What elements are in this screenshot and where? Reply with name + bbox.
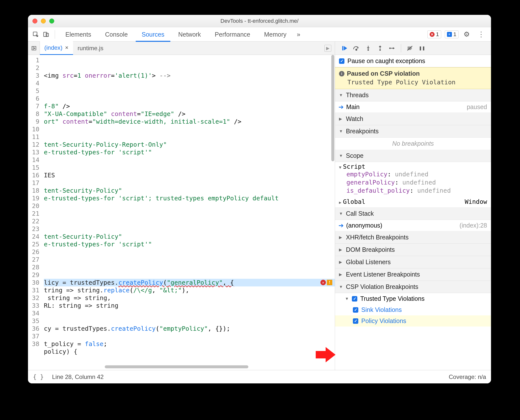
line-number[interactable]: 20: [28, 202, 39, 210]
code-line[interactable]: [44, 256, 335, 263]
line-number[interactable]: 18: [28, 187, 39, 194]
minimize-window-button[interactable]: [41, 19, 46, 23]
line-number[interactable]: 13: [28, 148, 39, 156]
line-number[interactable]: 1: [28, 56, 39, 64]
global-listeners-header[interactable]: Global Listeners: [335, 256, 491, 268]
dom-breakpoints-header[interactable]: DOM Breakpoints: [335, 244, 491, 256]
line-number[interactable]: 21: [28, 210, 39, 217]
code-line[interactable]: [44, 248, 335, 256]
line-number[interactable]: 23: [28, 225, 39, 233]
checkbox-checked-icon[interactable]: ✓: [353, 307, 358, 313]
callstack-frame[interactable]: ➔(anonymous) (index):28: [335, 220, 491, 231]
scope-variable[interactable]: emptyPolicy: undefined: [339, 170, 487, 178]
line-number[interactable]: 12: [28, 141, 39, 148]
code-line[interactable]: tring => string.replace(/\</g, "&lt;"),: [44, 286, 335, 294]
line-number[interactable]: 4: [28, 79, 39, 87]
inspect-element-icon[interactable]: [31, 30, 40, 39]
code-line[interactable]: cy = trustedTypes.createPolicy("emptyPol…: [44, 325, 335, 332]
xhr-breakpoints-header[interactable]: XHR/fetch Breakpoints: [335, 231, 491, 244]
tab-memory[interactable]: Memory: [258, 27, 292, 42]
step-into-button[interactable]: [363, 43, 373, 53]
line-number[interactable]: 36: [28, 325, 39, 332]
code-line[interactable]: [44, 179, 335, 187]
code-line[interactable]: RL: string => string: [44, 302, 335, 309]
line-number[interactable]: 35: [28, 317, 39, 325]
line-number[interactable]: 3: [28, 72, 39, 79]
line-number[interactable]: 5: [28, 87, 39, 95]
navigator-toggle-icon[interactable]: [28, 42, 40, 55]
csp-policy-row[interactable]: ✓ Policy Violations: [335, 315, 491, 327]
code-line[interactable]: policy) {: [44, 348, 335, 355]
line-number[interactable]: 30: [28, 279, 39, 286]
code-line[interactable]: [44, 263, 335, 271]
line-number[interactable]: 14: [28, 156, 39, 164]
breakpoints-header[interactable]: Breakpoints: [335, 125, 491, 138]
line-number[interactable]: 27: [28, 256, 39, 263]
deactivate-breakpoints-button[interactable]: [405, 43, 415, 53]
code-line[interactable]: [44, 210, 335, 217]
line-number[interactable]: 37: [28, 332, 39, 340]
scope-variable[interactable]: is_default_policy: undefined: [339, 187, 487, 195]
tab-elements[interactable]: Elements: [59, 27, 97, 42]
tab-network[interactable]: Network: [172, 27, 207, 42]
code-line[interactable]: [44, 217, 335, 225]
thread-main[interactable]: ➔Main paused: [335, 101, 491, 113]
device-toggle-icon[interactable]: [42, 30, 50, 39]
file-tab-index[interactable]: (index) ✕: [40, 41, 73, 55]
code-line[interactable]: ort" content="width=device-width, initia…: [44, 118, 335, 125]
line-number[interactable]: 11: [28, 133, 39, 141]
code-line[interactable]: tent-Security-Policy": [44, 187, 335, 194]
line-number[interactable]: 28: [28, 263, 39, 271]
code-line[interactable]: [44, 202, 335, 210]
code-line[interactable]: t_policy = false;: [44, 340, 335, 348]
tab-performance[interactable]: Performance: [209, 27, 256, 42]
code-line[interactable]: [44, 95, 335, 102]
file-tab-runtime[interactable]: runtime.js: [73, 42, 108, 55]
code-editor[interactable]: 1234567891011121314151617181920212223242…: [28, 55, 335, 370]
line-number[interactable]: 38: [28, 340, 39, 348]
code-line[interactable]: [44, 156, 335, 164]
line-number[interactable]: 29: [28, 271, 39, 279]
line-number[interactable]: 19: [28, 194, 39, 202]
scope-script-label[interactable]: Script: [343, 163, 365, 170]
csp-trusted-type-row[interactable]: ✓ Trusted Type Violations: [335, 293, 491, 304]
code-line[interactable]: [44, 355, 335, 363]
error-count-badge[interactable]: ✕ 1: [427, 30, 441, 38]
threads-header[interactable]: Threads: [335, 89, 491, 101]
code-line[interactable]: IES: [44, 171, 335, 179]
csp-violation-bp-header[interactable]: CSP Violation Breakpoints: [335, 281, 491, 293]
line-number[interactable]: 9: [28, 118, 39, 125]
code-line[interactable]: [44, 271, 335, 279]
code-line[interactable]: [44, 133, 335, 141]
line-number[interactable]: 15: [28, 164, 39, 171]
code-line[interactable]: licy = trustedTypes.createPolicy("genera…: [44, 279, 335, 286]
code-line[interactable]: tent-Security-Policy-Report-Only": [44, 141, 335, 148]
line-number[interactable]: 8: [28, 110, 39, 118]
checkbox-checked-icon[interactable]: ✓: [339, 58, 344, 64]
line-number[interactable]: 16: [28, 171, 39, 179]
pause-on-exceptions-button[interactable]: ❚❚: [417, 43, 427, 53]
more-menu-icon[interactable]: ⋮: [475, 30, 488, 38]
line-number[interactable]: 17: [28, 179, 39, 187]
checkbox-checked-icon[interactable]: ✓: [352, 296, 357, 302]
scope-header[interactable]: Scope: [335, 150, 491, 162]
line-number[interactable]: 25: [28, 240, 39, 248]
code-line[interactable]: e-trusted-types-for 'script'": [44, 240, 335, 248]
code-line[interactable]: [44, 125, 335, 133]
step-out-button[interactable]: [375, 43, 385, 53]
line-number[interactable]: 33: [28, 302, 39, 309]
code-line[interactable]: f-8" />: [44, 102, 335, 110]
line-number[interactable]: 2: [28, 64, 39, 72]
message-count-badge[interactable]: ≡ 1: [445, 30, 459, 38]
line-number[interactable]: 32: [28, 294, 39, 302]
code-line[interactable]: [44, 164, 335, 171]
tab-sources[interactable]: Sources: [136, 27, 170, 42]
tabs-overflow-icon[interactable]: »: [294, 27, 303, 42]
csp-sink-row[interactable]: ✓ Sink Violations: [335, 304, 491, 315]
code-line[interactable]: tent-Security-Policy": [44, 233, 335, 240]
vertical-scrollbar[interactable]: [331, 55, 334, 161]
horizontal-scrollbar[interactable]: [45, 365, 332, 369]
settings-gear-icon[interactable]: ⚙: [461, 30, 473, 38]
line-number[interactable]: 7: [28, 102, 39, 110]
line-number[interactable]: 6: [28, 95, 39, 102]
